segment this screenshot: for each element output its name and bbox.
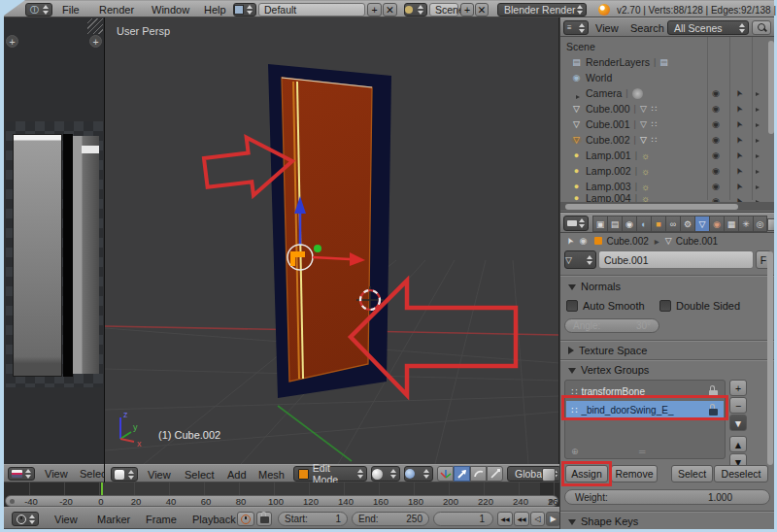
- timeline-menu-playback[interactable]: Playback: [192, 514, 236, 525]
- vertex-groups-panel-header[interactable]: Vertex Groups: [568, 364, 649, 376]
- outliner-row-lamp003[interactable]: ●Lamp.003|☼ ◉➤: [560, 179, 774, 194]
- shape-keys-panel-header[interactable]: Shape Keys: [568, 515, 638, 527]
- timeline-menu-marker[interactable]: Marker: [97, 514, 130, 525]
- tab-material[interactable]: ◉: [709, 216, 724, 232]
- outliner-row-lamp001[interactable]: ●Lamp.001|☼ ◉➤: [560, 148, 774, 163]
- mode-dropdown[interactable]: Edit Mode: [293, 466, 367, 482]
- tab-texture[interactable]: ▦: [724, 216, 738, 232]
- selectable-pointer-icon[interactable]: ➤: [733, 87, 745, 98]
- visibility-eye-icon[interactable]: ◉: [712, 119, 720, 129]
- translate-manipulator-button[interactable]: [454, 466, 470, 482]
- selectable-pointer-icon[interactable]: ➤: [733, 165, 745, 176]
- breadcrumb-object-name[interactable]: Cube.002: [606, 236, 648, 247]
- tab-physics[interactable]: ◎: [753, 216, 767, 232]
- visibility-eye-icon[interactable]: ◉: [712, 135, 720, 145]
- select-button[interactable]: Select: [671, 465, 713, 482]
- tab-overflow-icon[interactable]: [767, 218, 774, 231]
- outliner-row-lamp002[interactable]: ●Lamp.002|☼ ◉➤: [560, 163, 774, 179]
- outliner-display-dropdown[interactable]: All Scenes: [667, 20, 749, 35]
- remove-button[interactable]: Remove: [611, 465, 658, 482]
- mesh-id-icon-dropdown[interactable]: ▽: [564, 250, 596, 269]
- rotate-manipulator-button[interactable]: [470, 466, 487, 482]
- outliner-row-renderlayers[interactable]: ▤RenderLayers|▤: [560, 54, 774, 70]
- visibility-eye-icon[interactable]: ◉: [712, 88, 720, 98]
- image-menu-view[interactable]: View: [45, 468, 68, 480]
- list-resize-grip-icon[interactable]: ═: [639, 447, 645, 456]
- viewport-menu-view[interactable]: View: [148, 469, 171, 481]
- tab-world[interactable]: ◐: [636, 216, 651, 232]
- image-menu-select[interactable]: Select: [80, 468, 105, 480]
- area-resize-grip[interactable]: [87, 18, 103, 34]
- visibility-eye-icon[interactable]: ◉: [712, 182, 720, 191]
- tab-render[interactable]: ▣: [592, 216, 607, 232]
- viewport-menu-mesh[interactable]: Mesh: [258, 469, 285, 481]
- properties-editor-type-selector[interactable]: [563, 216, 589, 231]
- viewport-shading-dropdown[interactable]: [371, 466, 400, 482]
- layers-cube-icon[interactable]: [542, 468, 556, 482]
- previous-keyframe-button[interactable]: ◀◀: [514, 512, 529, 526]
- selectable-pointer-icon[interactable]: ➤: [733, 134, 745, 145]
- add-layout-button[interactable]: +: [367, 3, 382, 17]
- outliner-vertical-scrollbar[interactable]: [768, 41, 774, 134]
- visibility-eye-icon[interactable]: ◉: [712, 166, 720, 176]
- weight-slider[interactable]: Weight: 1.000: [564, 489, 770, 505]
- angle-slider[interactable]: Angle: 30°: [564, 318, 659, 333]
- outliner-row-cube001[interactable]: ▽Cube.001|▽∷ ◉➤: [560, 116, 774, 132]
- manipulator-axes-button[interactable]: [437, 466, 454, 482]
- visibility-eye-icon[interactable]: ◉: [712, 104, 720, 114]
- list-add-icon[interactable]: ⊕: [571, 447, 579, 456]
- play-button[interactable]: ▶: [546, 512, 559, 526]
- manipulator-x-arrowhead[interactable]: [350, 252, 365, 266]
- viewport-editor-type-selector[interactable]: [111, 467, 138, 482]
- add-scene-button[interactable]: +: [460, 3, 474, 17]
- outliner-menu-search[interactable]: Search: [630, 22, 664, 34]
- vertex-group-specials-button[interactable]: ▼: [729, 415, 747, 431]
- layout-name-field[interactable]: Default: [258, 3, 365, 17]
- texture-space-panel-header[interactable]: Texture Space: [568, 345, 647, 356]
- info-editor-selector[interactable]: ⓘ: [25, 3, 52, 17]
- expand-panel-button[interactable]: +: [6, 35, 18, 48]
- jump-to-start-button[interactable]: ◀◀: [497, 512, 513, 526]
- lock-frame-button[interactable]: [256, 512, 272, 526]
- normals-panel-header[interactable]: Normals: [568, 281, 621, 292]
- selectable-pointer-icon[interactable]: ➤: [733, 118, 745, 129]
- menu-help[interactable]: Help: [204, 4, 226, 16]
- timeline-menu-frame[interactable]: Frame: [146, 514, 177, 525]
- viewport-menu-select[interactable]: Select: [185, 469, 215, 481]
- timeline-editor[interactable]: -40 -20 0 20 40 60 80 100 120 140 160 18…: [4, 482, 559, 529]
- tab-scene[interactable]: ◉: [622, 216, 636, 232]
- scene-selector-icon[interactable]: [404, 3, 427, 17]
- mesh-name-field[interactable]: Cube.001: [598, 250, 754, 269]
- tab-modifiers[interactable]: ⚙: [680, 216, 694, 232]
- visibility-eye-icon[interactable]: ◉: [712, 150, 720, 160]
- viewport-menu-add[interactable]: Add: [227, 469, 247, 481]
- image-editor-type-selector[interactable]: [8, 467, 35, 481]
- delete-scene-button[interactable]: ✕: [475, 3, 489, 17]
- tab-object[interactable]: ■: [651, 216, 665, 232]
- start-frame-field[interactable]: Start: 1: [278, 512, 348, 526]
- time-toggle-button[interactable]: [237, 512, 254, 526]
- timeline-editor-type-selector[interactable]: [12, 512, 39, 526]
- play-reverse-button[interactable]: ◁: [530, 512, 545, 526]
- outliner-search-button[interactable]: [752, 20, 771, 35]
- tab-object-data[interactable]: ▽: [694, 216, 709, 232]
- deselect-button[interactable]: Deselect: [714, 465, 768, 482]
- outliner-row-camera[interactable]: Camera| ◉➤: [560, 85, 774, 101]
- outliner-row-world[interactable]: ◉World: [560, 70, 774, 85]
- 3d-viewport[interactable]: z y x User Persp (1) Cube.002: [105, 17, 559, 464]
- menu-window[interactable]: Window: [152, 4, 189, 16]
- auto-smooth-checkbox[interactable]: [566, 300, 578, 312]
- timeline-menu-view[interactable]: View: [54, 514, 78, 525]
- tab-constraints[interactable]: ∞: [665, 216, 680, 232]
- expand-panel-button[interactable]: +: [89, 35, 102, 48]
- outliner-row-cube002-active[interactable]: ▽Cube.002|▽∷ ◉➤: [560, 132, 774, 148]
- selectable-pointer-icon[interactable]: ➤: [733, 181, 745, 191]
- selectable-pointer-icon[interactable]: ➤: [733, 103, 745, 114]
- add-vertex-group-button[interactable]: +: [729, 380, 747, 396]
- properties-vertical-scrollbar[interactable]: [767, 251, 773, 465]
- current-frame-field[interactable]: 1: [433, 512, 493, 526]
- render-engine-dropdown[interactable]: Blender Render: [497, 3, 587, 17]
- tab-render-layers[interactable]: ▤: [607, 216, 622, 232]
- pivot-point-dropdown[interactable]: [404, 466, 433, 482]
- menu-file[interactable]: File: [62, 4, 80, 16]
